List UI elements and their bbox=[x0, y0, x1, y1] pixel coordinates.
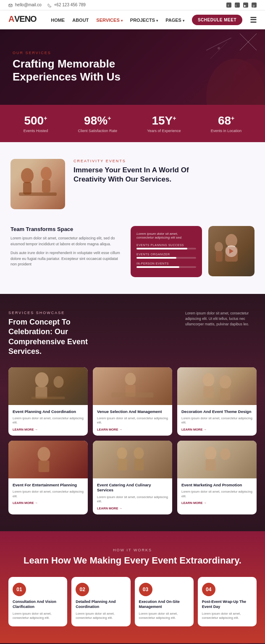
progress-planning: EVENTS PLANNING SUCCESS bbox=[136, 244, 196, 249]
svg-point-37 bbox=[220, 375, 231, 389]
email-contact: hello@mail.co bbox=[8, 3, 42, 7]
team-section: Team Transforms Space Lorem ipsum dolor … bbox=[0, 226, 265, 294]
svg-point-18 bbox=[21, 168, 34, 183]
learn-more-2[interactable]: LEARN MORE bbox=[97, 428, 168, 431]
hero-section: OUR SERVICES Crafting MemorableExperienc… bbox=[0, 29, 265, 105]
how-label: HOW IT WORKS bbox=[8, 548, 257, 552]
service-card-img-2 bbox=[93, 367, 172, 405]
schedule-meet-button[interactable]: SCHEDULE MEET bbox=[192, 15, 242, 25]
phone-contact: +62 123 456 789 bbox=[47, 3, 86, 7]
service-card-1: Event Planning And Coordination Lorem ip… bbox=[8, 367, 88, 436]
learn-more-5[interactable]: LEARN MORE bbox=[97, 506, 168, 510]
svg-point-28 bbox=[35, 372, 49, 387]
navigation: A VENO HOME ABOUT SERVICES ▾ PROJECTS ▾ … bbox=[0, 10, 265, 29]
pinterest-icon[interactable]: p bbox=[252, 3, 257, 8]
progress-inperson: IN-PERSON EVENTS bbox=[136, 262, 196, 268]
how-step-1: 01 Consultation And Vision Clarification… bbox=[8, 577, 67, 626]
svg-rect-44 bbox=[135, 459, 144, 470]
top-bar-social[interactable]: f t ▶ p bbox=[226, 3, 257, 8]
service-card-6: Event Marketing And Promotion Lorem ipsu… bbox=[177, 441, 257, 514]
step-num-1: 01 bbox=[13, 583, 26, 596]
svg-rect-27 bbox=[216, 251, 223, 262]
svg-rect-46 bbox=[206, 459, 216, 471]
learn-more-6[interactable]: LEARN MORE bbox=[181, 501, 252, 505]
svg-rect-1 bbox=[226, 3, 231, 8]
svg-rect-22 bbox=[19, 192, 57, 196]
svg-rect-25 bbox=[225, 247, 238, 262]
nav-projects[interactable]: PROJECTS ▾ bbox=[130, 18, 158, 23]
service-card-img-6 bbox=[177, 441, 257, 478]
step-desc-4: Lorem ipsum dolor sit amet, consectetur … bbox=[202, 612, 252, 621]
svg-text:t: t bbox=[236, 4, 236, 7]
step-num-2: 02 bbox=[76, 583, 89, 596]
step-title-4: Post-Event Wrap-Up The Event Day bbox=[202, 600, 252, 609]
svg-point-20 bbox=[41, 167, 52, 180]
services-title: From Concept To Celebration: Our Compreh… bbox=[8, 317, 101, 357]
service-card-3: Decoration And Event Theme Design Lorem … bbox=[177, 367, 257, 436]
service-card-2: Venue Selection And Management Lorem ips… bbox=[93, 367, 172, 436]
nav-pages[interactable]: PAGES ▾ bbox=[165, 18, 184, 23]
svg-point-45 bbox=[205, 447, 217, 460]
step-num-4: 04 bbox=[202, 583, 215, 596]
stat-experience: 15Y+ Years of Experience bbox=[147, 114, 181, 133]
creativity-title: Immerse Your Event In A World Of Creativ… bbox=[73, 166, 255, 184]
svg-point-24 bbox=[226, 234, 237, 247]
hamburger-icon[interactable]: ☰ bbox=[250, 16, 257, 25]
top-bar: hello@mail.co +62 123 456 789 f t ▶ p bbox=[0, 0, 265, 10]
team-image bbox=[208, 226, 255, 277]
svg-point-39 bbox=[38, 447, 50, 461]
top-bar-left: hello@mail.co +62 123 456 789 bbox=[8, 3, 86, 7]
services-section: SERVICES SHOWCASE From Concept To Celebr… bbox=[0, 294, 265, 531]
team-quote: Lorem ipsum dolor sit amet, consectetur … bbox=[136, 232, 196, 239]
service-card-img-3 bbox=[177, 367, 257, 405]
svg-point-26 bbox=[215, 242, 223, 252]
logo: A VENO bbox=[8, 14, 42, 26]
svg-rect-38 bbox=[220, 388, 231, 400]
svg-point-32 bbox=[125, 373, 136, 385]
nav-home[interactable]: HOME bbox=[51, 18, 65, 23]
step-title-3: Execution And On-Site Management bbox=[139, 600, 189, 609]
svg-rect-31 bbox=[31, 397, 65, 399]
how-title: Learn How We Making Every Event Extraord… bbox=[8, 555, 257, 567]
hero-title: Crafting MemorableExperiences With Us bbox=[13, 57, 121, 83]
stat-events-hosted: 500+ Events Hosted bbox=[24, 114, 48, 133]
step-desc-3: Lorem ipsum dolor sit amet, consectetur … bbox=[139, 612, 189, 621]
stat-satisfaction: 98%+ Client Satisfaction Rate bbox=[78, 114, 117, 133]
svg-rect-29 bbox=[36, 387, 47, 398]
facebook-icon[interactable]: f bbox=[226, 3, 231, 8]
nav-services[interactable]: SERVICES ▾ bbox=[96, 18, 123, 23]
service-card-img-5 bbox=[93, 441, 172, 478]
creativity-text: CREATIVITY EVENTS Immerse Your Event In … bbox=[73, 159, 255, 184]
creativity-label: CREATIVITY EVENTS bbox=[73, 159, 255, 163]
creativity-section: CREATIVITY EVENTS Immerse Your Event In … bbox=[0, 142, 265, 226]
step-title-2: Detailed Planning And Coordination bbox=[76, 600, 126, 609]
svg-text:VENO: VENO bbox=[14, 14, 37, 23]
how-step-4: 04 Post-Event Wrap-Up The Event Day Lore… bbox=[198, 577, 257, 626]
learn-more-1[interactable]: LEARN MORE bbox=[13, 428, 84, 431]
svg-text:p: p bbox=[253, 4, 255, 8]
services-label: SERVICES SHOWCASE bbox=[8, 311, 101, 315]
creativity-image bbox=[10, 159, 65, 209]
stat-locations: 68+ Events in Location bbox=[211, 114, 242, 133]
how-section: HOW IT WORKS Learn How We Making Every E… bbox=[0, 531, 265, 643]
how-grid: 01 Consultation And Vision Clarification… bbox=[8, 577, 257, 626]
hero-label: OUR SERVICES bbox=[13, 51, 121, 55]
step-title-1: Consultation And Vision Clarification bbox=[13, 600, 63, 609]
hero-content: OUR SERVICES Crafting MemorableExperienc… bbox=[13, 51, 121, 83]
svg-rect-42 bbox=[118, 459, 127, 470]
team-stats-card: Lorem ipsum dolor sit amet, consectetur … bbox=[131, 226, 202, 277]
services-desc: Lorem ipsum dolor sit amet, consectetur … bbox=[185, 311, 257, 327]
how-step-3: 03 Execution And On-Site Management Lore… bbox=[135, 577, 194, 626]
service-card-5: Event Catering And Culinary Services Lor… bbox=[93, 441, 172, 514]
learn-more-3[interactable]: LEARN MORE bbox=[181, 428, 252, 431]
learn-more-4[interactable]: LEARN MORE bbox=[13, 501, 84, 505]
step-desc-1: Lorem ipsum dolor sit amet, consectetur … bbox=[13, 612, 63, 621]
svg-point-35 bbox=[203, 373, 215, 387]
twitter-icon[interactable]: t bbox=[235, 3, 240, 8]
service-card-img-4 bbox=[8, 441, 88, 478]
team-heading: Team Transforms Space bbox=[10, 226, 124, 232]
nav-about[interactable]: ABOUT bbox=[72, 18, 89, 23]
svg-rect-34 bbox=[112, 392, 154, 397]
team-desc1: Lorem ipsum dolor sit amet, consectetur … bbox=[10, 236, 124, 247]
youtube-icon[interactable]: ▶ bbox=[243, 3, 248, 8]
